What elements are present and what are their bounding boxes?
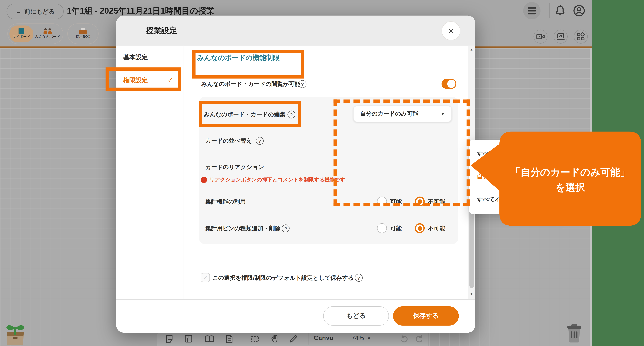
account-button[interactable]: [572, 4, 586, 17]
video-camera-icon: [536, 32, 545, 41]
reaction-warning: ! リアクションボタンの押下とコメントを制限する機能です。: [201, 177, 350, 183]
add-card-button[interactable]: [165, 334, 175, 344]
reaction-label: カードのリアクション: [205, 164, 264, 171]
zoom-level-select[interactable]: 74% ∨: [352, 334, 371, 341]
default-save-help-icon[interactable]: ?: [355, 274, 362, 282]
select-area-button[interactable]: [250, 334, 260, 344]
card-templates-button[interactable]: [184, 334, 194, 344]
scroll-up-icon[interactable]: ▲: [468, 48, 475, 52]
tab-submit-box[interactable]: 提出BOX: [68, 25, 97, 42]
account-icon: [572, 4, 586, 17]
people-icon: [44, 28, 52, 34]
scroll-down-icon[interactable]: ▼: [468, 292, 475, 296]
undo-button[interactable]: [399, 334, 409, 344]
pins-label: 集計用ピンの種類追加・削除: [205, 225, 280, 232]
app-root: ← 前にもどる 1年1組 - 2025年11月21日1時間目の授業 マイボード …: [0, 0, 644, 346]
hamburger-icon: [528, 7, 536, 9]
toolbar-divider: [308, 333, 308, 344]
view-permission-label: みんなのボード・カードの閲覧が可能: [201, 81, 300, 88]
pins-enable-label: 可能: [390, 225, 402, 232]
tab-everyone-board[interactable]: みんなのボード: [33, 25, 62, 42]
screen-share-button[interactable]: [554, 30, 568, 44]
textbook-button[interactable]: [204, 334, 214, 344]
annotation-box-permission-tab: [106, 67, 181, 91]
default-save-checkbox[interactable]: ✓: [201, 273, 210, 282]
screen-share-icon: [556, 32, 565, 41]
sidebar-divider: [184, 46, 184, 299]
modal-back-button[interactable]: もどる: [323, 306, 389, 326]
tab-my-board[interactable]: マイボード: [10, 25, 33, 42]
apps-button[interactable]: [574, 30, 588, 44]
tab-submit-box-label: 提出BOX: [76, 34, 90, 39]
canva-button[interactable]: Canva: [314, 334, 333, 341]
default-save-label: この選択を権限/制限のデフォルト設定として保存する: [212, 274, 354, 282]
save-button[interactable]: 保存する: [393, 306, 459, 326]
menu-button[interactable]: [523, 2, 540, 19]
section-divider: [307, 59, 458, 59]
zoom-level-value: 74%: [352, 334, 364, 341]
callout-text: 「自分のカードのみ可能」 を選択: [500, 164, 641, 195]
pdf-button[interactable]: [224, 334, 234, 344]
tab-my-board-label: マイボード: [12, 35, 30, 40]
close-button[interactable]: ×: [442, 21, 460, 40]
check-icon: ✓: [203, 274, 208, 281]
submit-box-icon: [79, 28, 87, 34]
back-button-label: 前にもどる: [24, 8, 55, 15]
sidebar-item-basic-settings[interactable]: 基本設定: [123, 53, 148, 61]
callout-line1: 「自分のカードのみ可能」: [500, 164, 641, 180]
chevron-down-icon: ∨: [367, 335, 371, 341]
page-title: 1年1組 - 2025年11月21日1時間目の授業: [67, 5, 214, 17]
modal-title: 授業設定: [146, 26, 177, 36]
seedling-planter-icon: [2, 322, 28, 346]
pins-disable-label: 不可能: [428, 225, 445, 232]
tab-everyone-board-label: みんなのボード: [35, 34, 60, 39]
submit-box-tab-group: 提出BOX: [68, 23, 99, 44]
aggregate-label: 集計機能の利用: [205, 198, 246, 206]
reaction-warning-text: リアクションボタンの押下とコメントを制限する機能です。: [210, 177, 350, 183]
back-arrow-icon: ←: [16, 8, 22, 15]
callout-bubble: 「自分のカードのみ可能」 を選択: [468, 129, 644, 228]
annotation-dashed-box-dropdown: [334, 100, 470, 206]
notifications-button[interactable]: [554, 4, 567, 17]
record-video-button[interactable]: [534, 30, 548, 44]
back-button[interactable]: ← 前にもどる: [6, 4, 64, 19]
notebook-icon: [18, 28, 24, 34]
hand-tool-button[interactable]: [270, 334, 280, 344]
close-icon: ×: [448, 26, 454, 36]
view-help-icon[interactable]: ?: [298, 80, 306, 88]
bell-icon: [554, 4, 567, 17]
apps-grid-icon: [576, 32, 585, 41]
toolbar-divider: [242, 333, 242, 344]
view-permission-toggle[interactable]: [442, 79, 456, 89]
annotation-box-edit-label: [199, 101, 301, 127]
pins-help-icon[interactable]: ?: [282, 225, 290, 232]
warning-icon: !: [201, 177, 207, 183]
redo-button[interactable]: [414, 334, 424, 344]
board-tab-group: マイボード みんなのボード: [8, 23, 63, 44]
topbar-divider: [549, 3, 549, 18]
sort-help-icon[interactable]: ?: [256, 137, 264, 145]
annotation-box-section-title: [192, 50, 304, 78]
pen-tool-button[interactable]: [288, 334, 298, 344]
callout-line2: を選択: [500, 180, 641, 195]
pins-radio-enable[interactable]: [377, 223, 387, 233]
toolbar-divider: [392, 333, 392, 344]
trash-icon[interactable]: [567, 324, 582, 343]
sort-label: カードの並べ替え: [205, 137, 252, 145]
pins-radio-disable[interactable]: [415, 223, 424, 233]
